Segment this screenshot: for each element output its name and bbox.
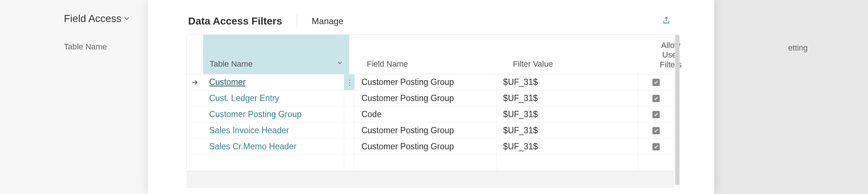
cell-filter-value[interactable]: $UF_31$ (496, 90, 638, 106)
vertical-scrollbar[interactable] (675, 35, 679, 185)
scrollbar-thumb[interactable] (675, 35, 679, 185)
check-icon (654, 128, 659, 133)
main-panel: Data Access Filters Manage Table Name Fi… (148, 0, 714, 194)
check-icon (654, 96, 659, 101)
col-selector-header (187, 35, 203, 74)
background-sidebar (0, 0, 148, 194)
col-field-name-label: Field Name (367, 59, 408, 69)
row-more-actions (344, 139, 355, 154)
cell-field-name[interactable]: Code (355, 107, 496, 122)
cell-field-name[interactable]: Customer Posting Group (355, 74, 496, 90)
cell-table-name[interactable]: Customer Posting Group (203, 107, 344, 122)
cell-table-name[interactable]: Sales Cr.Memo Header (203, 139, 344, 154)
table-row-empty (187, 155, 674, 171)
table-name-link[interactable]: Customer Posting Group (209, 109, 302, 119)
col-filter-value-label: Filter Value (513, 59, 553, 69)
row-indicator (187, 74, 203, 90)
table-name-link[interactable]: Customer (209, 77, 246, 87)
cell-table-name[interactable]: Cust. Ledger Entry (203, 90, 344, 106)
col-field-name-header[interactable]: Field Name (360, 35, 506, 74)
divider (297, 15, 297, 28)
table-row[interactable]: Customer⋮Customer Posting Group$UF_31$ (187, 74, 674, 90)
col-allow-header[interactable]: Allow User Filters (652, 35, 689, 74)
col-more-header (349, 35, 360, 74)
cell-allow-user-filters[interactable] (638, 90, 674, 106)
col-filter-value-header[interactable]: Filter Value (506, 35, 652, 74)
check-icon (654, 144, 659, 149)
cell-allow-user-filters[interactable] (638, 74, 674, 90)
table-header-row: Table Name Field Name Filter Value Allow… (187, 35, 674, 74)
data-filters-table: Table Name Field Name Filter Value Allow… (186, 34, 674, 171)
table-name-link[interactable]: Sales Cr.Memo Header (209, 142, 297, 152)
cell-field-name[interactable]: Customer Posting Group (355, 123, 496, 138)
check-icon (654, 80, 659, 85)
table-name-link[interactable]: Cust. Ledger Entry (209, 93, 279, 103)
field-access-label: Field Access (64, 13, 121, 25)
manage-button[interactable]: Manage (312, 16, 343, 26)
table-row[interactable]: Customer Posting GroupCode$UF_31$ (187, 107, 674, 123)
row-indicator (187, 107, 203, 122)
table-row[interactable]: Cust. Ledger EntryCustomer Posting Group… (187, 90, 674, 107)
share-icon[interactable] (662, 16, 674, 26)
cell-field-name[interactable]: Customer Posting Group (355, 90, 496, 106)
cell-filter-value[interactable]: $UF_31$ (496, 107, 638, 122)
cell-table-name[interactable]: Customer (203, 74, 344, 90)
allow-checkbox[interactable] (652, 111, 660, 118)
col-table-name-label: Table Name (210, 59, 252, 69)
cell-table-name[interactable]: Sales Invoice Header (203, 123, 344, 138)
table-footer-bar (186, 171, 674, 188)
panel-title: Data Access Filters (188, 15, 282, 27)
cell-field-name[interactable]: Customer Posting Group (355, 139, 496, 154)
allow-checkbox[interactable] (652, 95, 660, 102)
row-more-actions[interactable]: ⋮ (344, 74, 355, 90)
cell-allow-user-filters[interactable] (638, 139, 674, 154)
row-more-actions (344, 107, 355, 122)
chevron-down-icon[interactable] (337, 59, 343, 69)
panel-header: Data Access Filters Manage (148, 0, 714, 34)
row-indicator (187, 139, 203, 154)
cell-allow-user-filters[interactable] (638, 107, 674, 122)
row-more-actions (344, 90, 355, 106)
row-more-actions (344, 123, 355, 138)
field-access-header[interactable]: Field Access (64, 13, 130, 25)
chevron-down-icon (123, 13, 130, 25)
row-indicator (187, 123, 203, 138)
cell-filter-value[interactable]: $UF_31$ (496, 139, 638, 154)
bg-setting-label: etting (788, 43, 808, 53)
check-icon (654, 112, 659, 117)
allow-checkbox[interactable] (652, 143, 660, 150)
bg-table-name-label: Table Name (64, 42, 107, 52)
table-row[interactable]: Sales Cr.Memo HeaderCustomer Posting Gro… (187, 139, 674, 155)
more-vertical-icon[interactable]: ⋮ (346, 78, 353, 87)
cell-allow-user-filters[interactable] (638, 123, 674, 138)
allow-checkbox[interactable] (652, 127, 660, 134)
table-name-link[interactable]: Sales Invoice Header (209, 126, 289, 135)
allow-checkbox[interactable] (652, 79, 660, 86)
row-indicator (187, 90, 203, 106)
arrow-right-icon (191, 79, 198, 86)
table-row[interactable]: Sales Invoice HeaderCustomer Posting Gro… (187, 123, 674, 139)
cell-filter-value[interactable]: $UF_31$ (496, 123, 638, 138)
col-table-name-header[interactable]: Table Name (203, 35, 349, 74)
cell-filter-value[interactable]: $UF_31$ (496, 74, 638, 90)
